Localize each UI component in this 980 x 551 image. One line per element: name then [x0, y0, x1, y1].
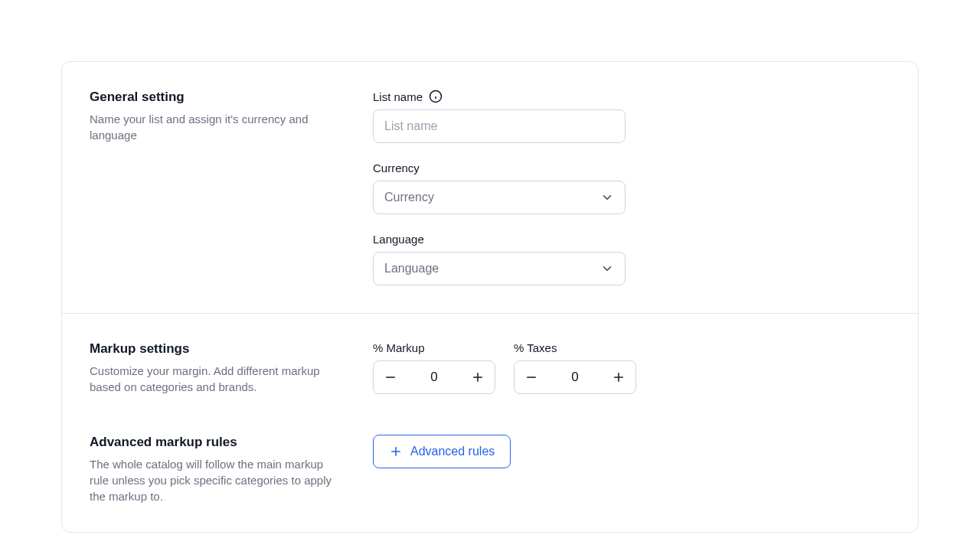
advanced-actions: Advanced rules	[373, 435, 511, 504]
chevron-down-icon	[600, 191, 614, 204]
general-title: General setting	[90, 90, 342, 105]
taxes-percent-field: % Taxes 0	[514, 341, 636, 395]
currency-field: Currency Currency	[373, 161, 626, 214]
markup-value[interactable]: 0	[407, 370, 461, 385]
currency-select[interactable]: Currency	[373, 181, 626, 214]
markup-section: Markup settings Customize your margin. A…	[62, 313, 918, 532]
advanced-rules-button[interactable]: Advanced rules	[373, 435, 511, 468]
plus-icon	[389, 445, 403, 458]
general-description: Name your list and assign it's currency …	[90, 111, 342, 143]
language-field: Language Language	[373, 233, 626, 285]
markup-description: Customize your margin. Add different mar…	[90, 363, 342, 395]
markup-increment-button[interactable]	[461, 361, 495, 393]
language-placeholder: Language	[384, 262, 439, 276]
markup-title: Markup settings	[90, 341, 342, 357]
general-setting-section: General setting Name your list and assig…	[62, 62, 918, 313]
settings-card: General setting Name your list and assig…	[61, 61, 919, 533]
advanced-rules-label: Advanced rules	[410, 445, 495, 458]
chevron-down-icon	[600, 262, 614, 276]
markup-header: Markup settings Customize your margin. A…	[90, 341, 342, 395]
language-select[interactable]: Language	[373, 252, 626, 285]
markup-stepper: 0	[373, 360, 495, 394]
info-icon[interactable]	[429, 90, 443, 103]
advanced-title: Advanced markup rules	[90, 435, 342, 450]
taxes-value[interactable]: 0	[548, 370, 602, 385]
taxes-stepper: 0	[514, 360, 636, 394]
section-header: General setting Name your list and assig…	[90, 90, 342, 285]
general-fields: List name Currency Currency	[373, 90, 890, 285]
advanced-header: Advanced markup rules The whole catalog …	[90, 435, 342, 504]
list-name-label: List name	[373, 90, 626, 103]
list-name-label-text: List name	[373, 90, 423, 103]
markup-block: Markup settings Customize your margin. A…	[62, 314, 918, 422]
currency-label: Currency	[373, 161, 626, 174]
markup-percent-label: % Markup	[373, 341, 495, 354]
markup-decrement-button[interactable]	[374, 361, 407, 393]
markup-fields: % Markup 0	[373, 341, 890, 395]
list-name-input[interactable]	[373, 109, 626, 143]
language-label: Language	[373, 233, 626, 246]
taxes-increment-button[interactable]	[602, 361, 635, 393]
advanced-block: Advanced markup rules The whole catalog …	[62, 422, 918, 532]
taxes-percent-label: % Taxes	[514, 341, 636, 354]
taxes-decrement-button[interactable]	[514, 361, 548, 393]
currency-placeholder: Currency	[384, 191, 434, 204]
markup-percent-field: % Markup 0	[373, 341, 495, 395]
list-name-field: List name	[373, 90, 626, 143]
advanced-description: The whole catalog will follow the main m…	[90, 456, 342, 504]
